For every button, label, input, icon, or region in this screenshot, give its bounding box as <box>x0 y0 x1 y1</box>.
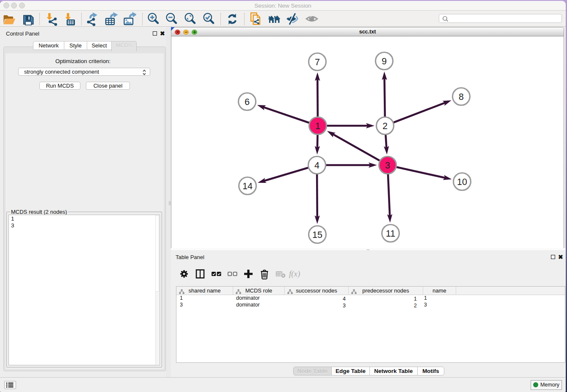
svg-text:7: 7 <box>315 57 320 67</box>
svg-text:15: 15 <box>312 230 322 240</box>
svg-text:4: 4 <box>314 160 319 171</box>
svg-text:10: 10 <box>457 177 467 187</box>
svg-text:1: 1 <box>315 121 320 131</box>
svg-text:8: 8 <box>459 92 464 102</box>
svg-text:11: 11 <box>386 229 395 239</box>
svg-text:6: 6 <box>245 97 250 107</box>
svg-text:9: 9 <box>382 56 387 66</box>
svg-text:2: 2 <box>383 121 388 131</box>
svg-text:f(x): f(x) <box>289 269 300 279</box>
svg-text:3: 3 <box>385 160 390 171</box>
svg-text:14: 14 <box>242 181 253 191</box>
